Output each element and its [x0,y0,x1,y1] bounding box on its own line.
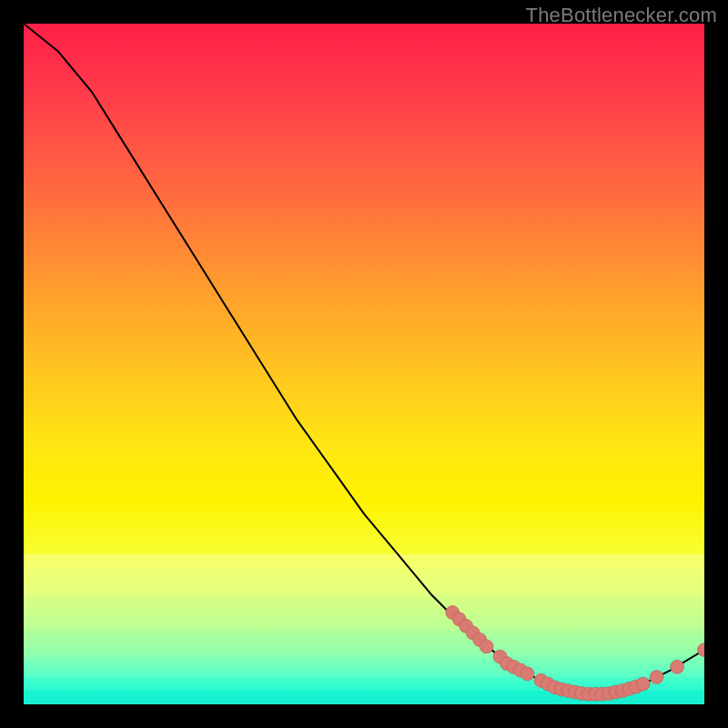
data-markers [446,606,704,702]
data-marker [698,643,704,657]
chart-overlay [24,24,704,704]
bottleneck-curve [24,24,704,694]
plot-area [24,24,704,704]
data-marker [521,667,534,681]
data-marker [650,671,663,684]
chart-frame: TheBottlenecker.com [0,0,728,728]
data-marker [480,640,493,653]
data-marker [671,660,684,673]
data-marker [636,677,650,691]
